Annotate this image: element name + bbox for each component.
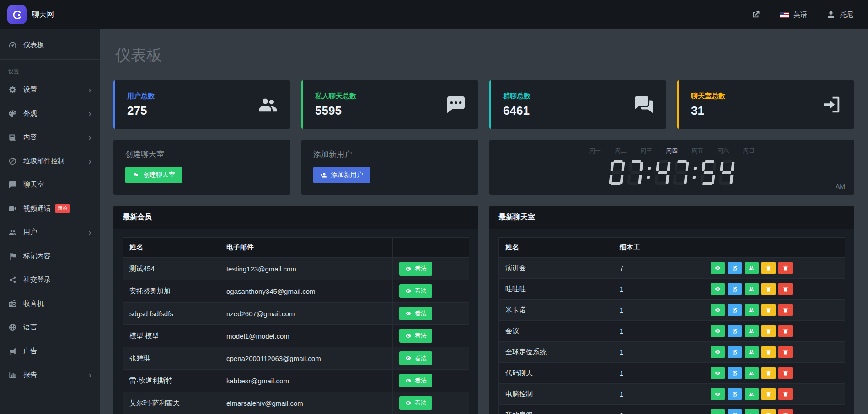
clear-room-button[interactable]	[761, 283, 776, 295]
clear-room-button[interactable]	[761, 409, 776, 414]
view-member-button[interactable]: 看法	[399, 351, 432, 365]
view-room-button[interactable]	[711, 388, 725, 400]
sidebar-item-settings[interactable]: 设置›	[0, 78, 100, 101]
view-room-button[interactable]	[711, 409, 725, 414]
member-row: 测试454testing123@gmail.com看法	[123, 258, 469, 280]
view-member-button[interactable]: 看法	[399, 374, 432, 387]
edit-room-button[interactable]	[728, 304, 742, 316]
members-room-button[interactable]	[745, 346, 759, 358]
members-room-button[interactable]	[745, 388, 759, 400]
delete-room-button[interactable]	[778, 283, 793, 295]
delete-room-button[interactable]	[778, 409, 793, 414]
view-room-button[interactable]	[711, 304, 725, 316]
stat-card-1: 私人聊天总数5595	[301, 80, 478, 129]
view-member-button[interactable]: 看法	[399, 262, 432, 276]
stats-row: 用户总数275私人聊天总数5595群聊总数6461聊天室总数31	[113, 80, 854, 129]
sidebar-item-label: 收音机	[23, 299, 44, 308]
view-member-button[interactable]: 看法	[399, 284, 432, 298]
sidebar-item-dashboard[interactable]: 仪表板	[0, 33, 100, 57]
us-flag-icon	[780, 12, 789, 18]
edit-room-button[interactable]	[728, 262, 742, 274]
stat-label: 用户总数	[127, 92, 155, 101]
clear-room-button[interactable]	[761, 367, 776, 379]
sidebar-item-ads[interactable]: 广告	[0, 339, 100, 363]
delete-room-button[interactable]	[778, 388, 793, 400]
brand[interactable]: 聊天网	[0, 5, 100, 24]
sidebar-item-label: 仪表板	[23, 41, 44, 49]
stat-card-3: 聊天室总数31	[677, 80, 854, 129]
sidebar-item-social-login[interactable]: 社交登录	[0, 268, 100, 292]
view-room-button[interactable]	[711, 367, 725, 379]
view-member-button[interactable]: 看法	[399, 396, 432, 410]
members-room-button[interactable]	[745, 283, 759, 295]
view-member-button[interactable]: 看法	[399, 329, 432, 343]
topbar: 聊天网 英语 托尼	[0, 0, 868, 29]
view-room-button[interactable]	[711, 283, 725, 295]
view-member-button[interactable]: 看法	[399, 307, 432, 320]
members-room-button[interactable]	[745, 304, 759, 316]
user-menu[interactable]: 托尼	[826, 10, 853, 19]
megaphone-icon	[8, 347, 17, 356]
column-header: 电子邮件	[220, 238, 393, 258]
chevron-right-icon: ›	[88, 133, 91, 142]
delete-room-button[interactable]	[778, 304, 793, 316]
trash-icon	[782, 349, 788, 355]
sidebar-item-content[interactable]: 内容›	[0, 125, 100, 149]
chatroom-actions	[658, 405, 845, 414]
clear-room-button[interactable]	[761, 346, 776, 358]
edit-room-button[interactable]	[728, 346, 742, 358]
sidebar-item-radio[interactable]: 收音机	[0, 292, 100, 315]
view-room-button[interactable]	[711, 346, 725, 358]
view-room-button[interactable]	[711, 262, 725, 274]
member-actions: 看法	[393, 325, 469, 347]
delete-room-button[interactable]	[778, 325, 793, 337]
create-chatroom-button[interactable]: 创建聊天室	[125, 167, 182, 183]
chatroom-actions	[658, 342, 845, 363]
add-user-button[interactable]: 添加新用户	[313, 167, 370, 183]
sidebar-item-users[interactable]: 用户›	[0, 220, 100, 244]
language-switcher[interactable]: 英语	[780, 11, 807, 19]
button-label: 创建聊天室	[143, 171, 175, 179]
member-actions: 看法	[393, 392, 469, 414]
chatroom-row: 会议1	[499, 321, 845, 342]
clear-room-button[interactable]	[761, 262, 776, 274]
edit-room-button[interactable]	[728, 367, 742, 379]
delete-room-button[interactable]	[778, 346, 793, 358]
comment-icon	[8, 180, 17, 189]
sidebar-item-appearance[interactable]: 外观›	[0, 101, 100, 125]
edit-room-button[interactable]	[728, 283, 742, 295]
panel-title: 最新会员	[113, 206, 478, 229]
clock-digit	[627, 160, 643, 185]
eye-icon	[405, 355, 412, 361]
members-room-button[interactable]	[745, 325, 759, 337]
brand-name: 聊天网	[32, 10, 54, 20]
digital-clock	[497, 160, 847, 185]
sidebar-item-language[interactable]: 语言	[0, 315, 100, 339]
newspaper-icon	[8, 133, 17, 142]
members-room-button[interactable]	[745, 409, 759, 414]
sidebar-item-chatrooms[interactable]: 聊天室	[0, 173, 100, 196]
members-room-button[interactable]	[745, 262, 759, 274]
sidebar-item-spam-control[interactable]: 垃圾邮件控制›	[0, 149, 100, 173]
delete-room-button[interactable]	[778, 262, 793, 274]
clear-room-button[interactable]	[761, 304, 776, 316]
chatroom-row: 全球定位系统1	[499, 342, 845, 363]
ban-icon	[8, 157, 17, 165]
delete-room-button[interactable]	[778, 367, 793, 379]
edit-room-button[interactable]	[728, 409, 742, 414]
members-room-button[interactable]	[745, 367, 759, 379]
fullscreen-icon[interactable]	[751, 10, 761, 19]
view-room-button[interactable]	[711, 325, 725, 337]
sidebar-item-flagged-content[interactable]: 标记内容	[0, 244, 100, 268]
chatroom-actions	[658, 300, 845, 321]
stat-value: 275	[127, 104, 155, 118]
edit-room-button[interactable]	[728, 388, 742, 400]
sidebar-item-video-calls[interactable]: 视频通话新的	[0, 196, 100, 220]
edit-room-button[interactable]	[728, 325, 742, 337]
chatroom-name: 会议	[499, 321, 613, 342]
users-icon	[749, 349, 755, 355]
sidebar-item-reports[interactable]: 报告›	[0, 363, 100, 387]
chatroom-joiners: 1	[613, 342, 658, 363]
clear-room-button[interactable]	[761, 388, 776, 400]
clear-room-button[interactable]	[761, 325, 776, 337]
